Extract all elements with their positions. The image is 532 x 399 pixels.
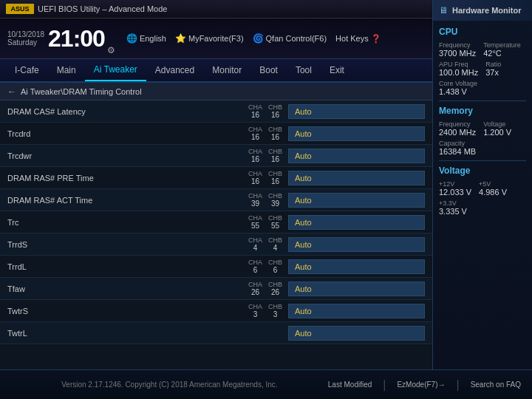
asus-logo: ASUS <box>6 4 34 14</box>
channel-a-value-2: 16 <box>251 155 259 163</box>
v12-block: +12V 12.033 V <box>439 180 471 197</box>
search-faq-button[interactable]: Search on FAQ <box>471 381 521 389</box>
setting-channels-5: CHA 55 CHB 55 <box>248 214 282 230</box>
setting-row-2: Trcdwr CHA 16 CHB 16 Auto <box>0 145 432 167</box>
question-icon: ❓ <box>371 34 381 44</box>
setting-control-6[interactable]: Auto <box>288 237 425 252</box>
setting-row-1: Trcdrd CHA 16 CHB 16 Auto <box>0 123 432 145</box>
v33-label: +3.3V <box>439 200 526 207</box>
back-arrow[interactable]: ← <box>7 86 16 97</box>
channel-b-label-6: CHB <box>268 236 282 244</box>
nav-ai-tweaker[interactable]: Ai Tweaker <box>85 59 146 81</box>
nav-icafe[interactable]: I-Cafe <box>6 59 48 81</box>
channel-a-block-3: CHA 16 <box>248 170 262 185</box>
setting-control-0[interactable]: Auto <box>288 104 425 119</box>
setting-control-5[interactable]: Auto <box>288 215 425 230</box>
setting-control-3[interactable]: Auto <box>288 171 425 185</box>
nav-boot[interactable]: Boot <box>250 59 287 81</box>
channel-b-value-3: 16 <box>271 177 279 185</box>
footer-separator-1: | <box>383 378 386 392</box>
apu-freq-label: APU Freq <box>439 61 478 68</box>
setting-channels-7: CHA 6 CHB 6 <box>248 259 282 274</box>
v5-block: +5V 4.986 V <box>479 180 507 197</box>
setting-control-4[interactable]: Auto <box>288 193 425 208</box>
nav-tool[interactable]: Tool <box>287 59 321 81</box>
channel-a-value-7: 6 <box>253 266 258 274</box>
nav-main[interactable]: Main <box>48 59 85 81</box>
channel-b-value-6: 4 <box>273 244 278 252</box>
cpu-temperature-block: Temperature 42°C <box>483 41 521 58</box>
setting-row-10: TwtrLAuto <box>0 322 432 344</box>
cpu-frequency-value: 3700 MHz <box>439 49 476 58</box>
channel-a-label-3: CHA <box>248 170 262 177</box>
channel-a-value-5: 55 <box>251 222 259 230</box>
setting-control-8[interactable]: Auto <box>288 282 425 296</box>
myfavorite-button[interactable]: ⭐ MyFavorite(F3) <box>175 33 244 44</box>
channel-b-label-9: CHB <box>268 303 282 310</box>
memory-section-title: Memory <box>439 106 526 116</box>
qfan-button[interactable]: 🌀 Qfan Control(F6) <box>253 33 327 44</box>
hotkeys-button[interactable]: Hot Keys ❓ <box>335 34 381 44</box>
ez-mode-button[interactable]: EzMode(F7)→ <box>397 381 445 389</box>
channel-a-value-6: 4 <box>253 244 258 252</box>
last-modified-button[interactable]: Last Modified <box>328 381 372 389</box>
language-selector[interactable]: 🌐 English <box>126 33 166 44</box>
voltage-section-title: Voltage <box>439 166 526 176</box>
setting-control-1[interactable]: Auto <box>288 126 425 141</box>
setting-name-5: Trc <box>7 218 248 227</box>
memory-capacity-value: 16384 MB <box>439 147 526 156</box>
setting-control-10[interactable]: Auto <box>288 326 425 341</box>
channel-b-label-7: CHB <box>268 259 282 266</box>
nav-exit[interactable]: Exit <box>321 59 353 81</box>
channel-a-label-4: CHA <box>248 192 262 200</box>
channel-b-label-5: CHB <box>268 214 282 222</box>
setting-row-7: TrrdL CHA 6 CHB 6 Auto <box>0 256 432 278</box>
date-line: 10/13/2018 Saturday <box>7 30 44 47</box>
channel-a-block-6: CHA 4 <box>248 236 262 252</box>
channel-b-value-9: 3 <box>273 310 278 318</box>
channel-b-label-2: CHB <box>268 148 282 155</box>
v5-value: 4.986 V <box>479 188 507 197</box>
setting-name-4: DRAM RAS# ACT Time <box>7 196 248 205</box>
setting-control-9[interactable]: Auto <box>288 304 425 318</box>
setting-channels-8: CHA 26 CHB 26 <box>248 281 282 296</box>
apu-freq-value: 100.0 MHz <box>439 68 478 77</box>
channel-b-value-8: 26 <box>271 288 279 296</box>
channel-a-label-8: CHA <box>248 281 262 288</box>
settings-list: DRAM CAS# Latency CHA 16 CHB 16 AutoTrcd… <box>0 100 432 369</box>
navbar: I-Cafe Main Ai Tweaker Advanced Monitor … <box>0 59 432 83</box>
cpu-freq-temp-row: Frequency 3700 MHz Temperature 42°C <box>439 41 526 58</box>
setting-control-2[interactable]: Auto <box>288 149 425 163</box>
hw-monitor-title-bar: 🖥 Hardware Monitor <box>433 0 532 21</box>
memory-frequency-block: Frequency 2400 MHz <box>439 120 476 137</box>
setting-control-7[interactable]: Auto <box>288 259 425 274</box>
ratio-value: 37x <box>485 68 501 77</box>
channel-a-value-0: 16 <box>251 111 259 119</box>
channel-a-block-7: CHA 6 <box>248 259 262 274</box>
setting-row-4: DRAM RAS# ACT Time CHA 39 CHB 39 Auto <box>0 189 432 211</box>
memory-frequency-label: Frequency <box>439 120 476 128</box>
setting-name-1: Trcdrd <box>7 129 248 138</box>
breadcrumb: ← Ai Tweaker\DRAM Timing Control <box>0 83 432 100</box>
v12-value: 12.033 V <box>439 188 471 197</box>
nav-monitor[interactable]: Monitor <box>203 59 250 81</box>
channel-a-value-4: 39 <box>251 200 259 208</box>
apu-freq-block: APU Freq 100.0 MHz <box>439 61 478 77</box>
gear-icon[interactable]: ⚙ <box>107 45 115 55</box>
date-block: 10/13/2018 Saturday <box>7 30 44 47</box>
memory-voltage-value: 1.200 V <box>483 128 511 137</box>
setting-row-3: DRAM RAS# PRE Time CHA 16 CHB 16 Auto <box>0 167 432 189</box>
setting-channels-9: CHA 3 CHB 3 <box>248 303 282 318</box>
channel-b-block-0: CHB 16 <box>268 103 282 119</box>
language-icon: 🌐 <box>126 33 137 44</box>
channel-b-value-5: 55 <box>271 222 279 230</box>
nav-advanced[interactable]: Advanced <box>146 59 203 81</box>
setting-name-0: DRAM CAS# Latency <box>7 107 248 116</box>
setting-name-7: TrrdL <box>7 262 248 271</box>
channel-b-block-4: CHB 39 <box>268 192 282 208</box>
channel-a-value-3: 16 <box>251 177 259 185</box>
channel-b-label-0: CHB <box>268 103 282 111</box>
apu-ratio-row: APU Freq 100.0 MHz Ratio 37x <box>439 61 526 77</box>
setting-name-6: TrrdS <box>7 240 248 249</box>
setting-name-3: DRAM RAS# PRE Time <box>7 174 248 183</box>
